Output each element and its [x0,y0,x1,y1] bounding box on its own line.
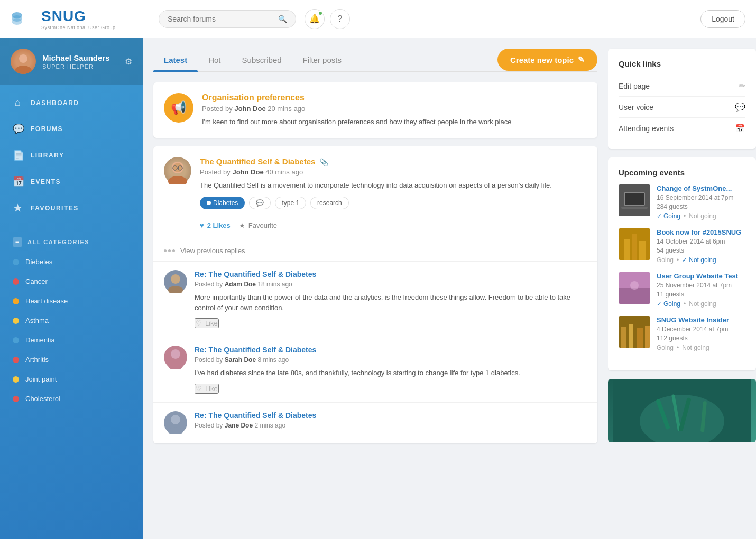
tab-subscribed[interactable]: Subscribed [232,49,292,71]
tab-filter[interactable]: Filter posts [292,49,352,71]
reply-item-1: Re: The Quantified Self & Diabetes Poste… [153,262,597,337]
reply-1-author-name: Adam Doe [225,281,256,288]
event-item-1: Change of SystmOne... 16 September 2014 … [619,184,745,220]
reply-2-content: Re: The Quantified Self & Diabetes Poste… [195,346,587,394]
search-icon[interactable]: 🔍 [278,15,287,23]
like-count: 2 Likes [207,221,231,229]
thread-title[interactable]: The Quantified Self & Diabetes [200,157,315,166]
category-item-heart[interactable]: Heart disease [0,291,143,311]
svg-point-16 [171,415,180,424]
thread-main-post: The Quantified Self & Diabetes 📎 Posted … [153,146,597,241]
tab-hot[interactable]: Hot [198,49,231,71]
search-area: 🔍 [159,10,296,28]
tab-latest[interactable]: Latest [153,49,198,71]
category-item-diabetes[interactable]: Diebetes [0,252,143,272]
notification-dot [318,11,323,16]
logo-icon [11,6,37,32]
not-going-button-2[interactable]: ✓ Not going [682,256,716,264]
tabs-row: Latest Hot Subscribed Filter posts Creat… [153,49,597,72]
reply-3-content: Re: The Quantified Self & Diabetes Poste… [195,411,587,434]
right-sidebar: Quick links Edit page ✏ User voice 💬 Att… [608,38,756,539]
not-going-button-3[interactable]: Not going [689,300,716,308]
category-label-cancer: Cancer [25,277,48,285]
event-title-2[interactable]: Book now for #2015SNUG [657,228,745,236]
reply-2-like-button[interactable]: ♡ Like [195,384,219,394]
not-going-button-1[interactable]: Not going [689,212,716,220]
event-status-2: Going • ✓ Not going [657,256,745,264]
top-nav: SNUG SystmOne National User Group 🔍 🔔 ? … [0,0,756,38]
announcement-icon: 📢 [164,93,193,123]
reply-3-avatar [164,411,187,434]
reply-2-title[interactable]: Re: The Quantified Self & Diabetes [195,346,587,354]
reply-2-author: Posted by Sarah Doe 8 mins ago [195,356,587,364]
announcement-excerpt: I'm keen to find out more about organisa… [202,117,587,127]
sidebar-item-events[interactable]: 📅 EVENTS [0,169,143,195]
sidebar-item-forums[interactable]: 💬 FORUMS [0,116,143,142]
nav-items: ⌂ DASHBOARD 💬 FORUMS 📄 LIBRARY 📅 EVENTS … [0,85,143,227]
thread-post-meta: The Quantified Self & Diabetes 📎 Posted … [200,157,587,230]
create-topic-button[interactable]: Create new topic ✎ [497,49,597,71]
thread-post-actions: ♥ 2 Likes ★ Favourite [200,216,587,229]
reply-3-title[interactable]: Re: The Quantified Self & Diabetes [195,411,587,420]
post-header: 📢 Organisation preferences Posted by Joh… [164,93,587,127]
favourite-label: Favourite [248,221,277,229]
not-going-button-4[interactable]: Not going [682,344,709,351]
reply-1-title[interactable]: Re: The Quantified Self & Diabetes [195,270,587,278]
sidebar-item-library[interactable]: 📄 LIBRARY [0,142,143,169]
reply-2-text: I've had diabetes since the late 80s, an… [195,368,587,378]
event-date-1: 16 September 2014 at 7pm [657,194,745,201]
quick-link-attending-events[interactable]: Attending events 📅 [619,118,745,138]
event-title-4[interactable]: SNUG Website Insider [657,316,745,324]
category-dot-cancer [13,278,19,285]
category-item-cholesterol[interactable]: Cholesterol [0,389,143,408]
event-guests-2: 54 guests [657,247,745,254]
view-previous-replies[interactable]: View previous replies [153,240,597,262]
quick-link-user-voice[interactable]: User voice 💬 [619,97,745,118]
category-label-asthma: Asthma [25,317,49,324]
notification-bell-button[interactable]: 🔔 [305,9,325,29]
quick-link-edit-page[interactable]: Edit page ✏ [619,76,745,97]
event-thumb-4 [619,316,650,348]
event-title-1[interactable]: Change of SystmOne... [657,184,745,192]
quick-links-panel: Quick links Edit page ✏ User voice 💬 Att… [608,49,756,149]
logout-button[interactable]: Logout [700,10,745,28]
user-voice-icon: 💬 [735,102,745,112]
reply-1-like-label: Like [205,319,218,327]
event-item-4: SNUG Website Insider 4 December 2014 at … [619,316,745,351]
category-item-joint[interactable]: Joint paint [0,369,143,389]
sidebar-item-dashboard[interactable]: ⌂ DASHBOARD [0,90,143,116]
reply-1-like-button[interactable]: ♡ Like [195,318,219,328]
category-item-arthritis[interactable]: Arthritis [0,350,143,369]
favourite-button[interactable]: ★ Favourite [239,221,277,229]
announcement-post: 📢 Organisation preferences Posted by Joh… [153,82,597,138]
category-label-heart: Heart disease [25,297,68,305]
event-thumb-2 [619,228,650,260]
svg-point-5 [19,54,27,63]
create-topic-label: Create new topic [510,55,574,64]
paperclip-icon: 📎 [319,158,328,166]
event-title-3[interactable]: User Group Website Test [657,272,745,280]
tag-type1[interactable]: type 1 [275,197,306,209]
tag-research[interactable]: research [310,197,349,209]
category-label-diabetes: Diebetes [25,258,52,266]
heart-icon-r1: ♡ [196,319,202,327]
tag-chat[interactable]: 💬 [249,197,271,209]
bottom-image [608,379,756,442]
sidebar-item-favourites[interactable]: ★ FAVOURITES [0,195,143,221]
category-dot-asthma [13,318,19,324]
search-input[interactable] [168,15,275,23]
category-item-cancer[interactable]: Cancer [0,272,143,291]
event-date-3: 25 November 2014 at 7pm [657,282,745,289]
tag-diabetes[interactable]: Diabetes [200,197,245,209]
svg-rect-20 [625,193,644,205]
help-button[interactable]: ? [330,9,350,29]
category-label-arthritis: Arthritis [25,356,49,364]
category-item-dementia[interactable]: Dementia [0,330,143,350]
like-button[interactable]: ♥ 2 Likes [200,221,231,229]
category-item-asthma[interactable]: Asthma [0,311,143,330]
event-item-3: User Group Website Test 25 November 2014… [619,272,745,308]
announcement-author: Posted by John Doe 20 mins ago [202,105,587,113]
calendar-icon: 📅 [735,123,745,133]
settings-icon[interactable]: ⚙ [125,57,132,67]
categories-collapse-button[interactable]: − [13,237,22,247]
